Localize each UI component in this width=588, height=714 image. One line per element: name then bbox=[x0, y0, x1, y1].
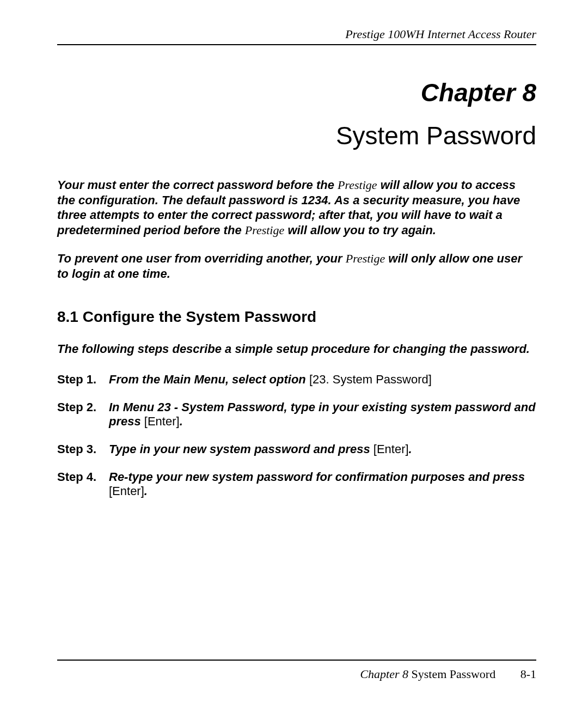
step-3-content: Type in your new system password and pre… bbox=[109, 442, 536, 456]
step-1-content: From the Main Menu, select option [23. S… bbox=[109, 373, 536, 387]
header-text: Prestige 100WH Internet Access Router bbox=[345, 27, 536, 41]
step-1-label: Step 1. bbox=[57, 373, 109, 387]
step-4-text-bold: Re-type your new system password for con… bbox=[109, 470, 525, 484]
step-3-label: Step 3. bbox=[57, 442, 109, 456]
intro-p2-text1: To prevent one user from overriding anot… bbox=[57, 252, 342, 265]
step-1-text-bold: From the Main Menu, select option bbox=[109, 373, 306, 386]
step-3-text-bold: Type in your new system password and pre… bbox=[109, 442, 373, 456]
intro-paragraph-1: Your must enter the correct password bef… bbox=[57, 178, 536, 237]
step-2-content: In Menu 23 - System Password, type in yo… bbox=[109, 400, 536, 429]
step-3-text-bold-end: . bbox=[409, 442, 412, 456]
step-row-4: Step 4. Re-type your new system password… bbox=[57, 470, 536, 498]
step-4-text-reg: [Enter] bbox=[109, 484, 144, 498]
section-heading: 8.1 Configure the System Password bbox=[57, 308, 536, 326]
intro-p2-prestige: Prestige bbox=[346, 252, 385, 265]
step-2-label: Step 2. bbox=[57, 400, 109, 429]
step-3-text-reg: [Enter] bbox=[373, 442, 409, 456]
intro-p1-text3: will allow you to try again. bbox=[287, 223, 436, 237]
step-row-2: Step 2. In Menu 23 - System Password, ty… bbox=[57, 400, 536, 429]
footer-chapter-label: Chapter 8 bbox=[360, 667, 408, 681]
chapter-subtitle: System Password bbox=[57, 121, 536, 150]
page-footer: Chapter 8 System Password 8-1 bbox=[57, 660, 536, 681]
step-2-text-reg: [Enter] bbox=[144, 414, 180, 428]
intro-p1-text1: Your must enter the correct password bef… bbox=[57, 178, 334, 192]
chapter-title: Chapter 8 bbox=[57, 78, 536, 107]
step-2-text-bold-end: . bbox=[180, 414, 183, 428]
intro-p1-prestige1: Prestige bbox=[338, 178, 377, 192]
step-4-label: Step 4. bbox=[57, 470, 109, 498]
step-4-content: Re-type your new system password for con… bbox=[109, 470, 536, 498]
step-1-text-reg: [23. System Password] bbox=[306, 373, 432, 386]
intro-paragraph-2: To prevent one user from overriding anot… bbox=[57, 251, 536, 281]
page-header: Prestige 100WH Internet Access Router bbox=[57, 27, 536, 45]
step-row-3: Step 3. Type in your new system password… bbox=[57, 442, 536, 456]
intro-p1-prestige2: Prestige bbox=[245, 223, 285, 237]
footer-chapter-name: System Password bbox=[408, 667, 495, 681]
section-intro: The following steps describe a simple se… bbox=[57, 342, 536, 356]
step-row-1: Step 1. From the Main Menu, select optio… bbox=[57, 373, 536, 387]
footer-page-number: 8-1 bbox=[520, 667, 536, 681]
step-4-text-bold-end: . bbox=[144, 484, 148, 498]
